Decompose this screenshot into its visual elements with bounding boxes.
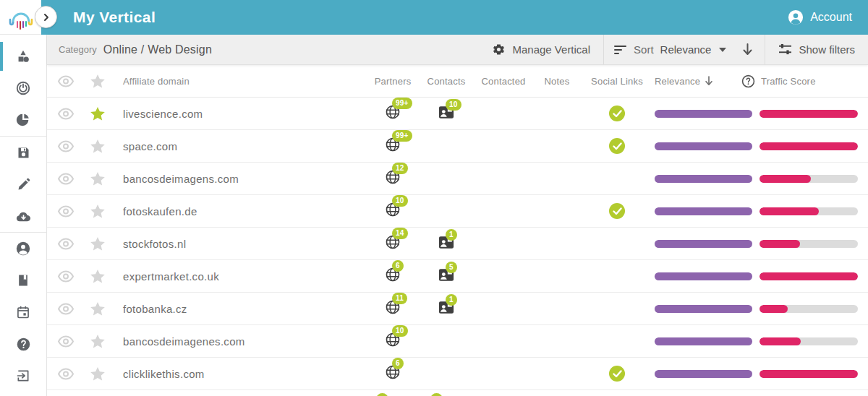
sidebar-item-disc[interactable]: [0, 72, 46, 104]
affiliate-domain-link[interactable]: bancosdeimagens.com: [111, 173, 367, 185]
social-links-check-icon[interactable]: [609, 366, 625, 382]
arrow-down-icon: [742, 43, 753, 56]
table-row[interactable]: bancosdeimagenes.com 10: [47, 325, 868, 358]
partners-button[interactable]: 11: [385, 299, 401, 318]
favorite-star-icon[interactable]: [90, 106, 106, 121]
chevron-right-icon: [42, 13, 51, 22]
sidebar-item-help[interactable]: [0, 328, 46, 360]
social-links-check-icon[interactable]: [609, 138, 625, 154]
favorite-star-icon[interactable]: [90, 236, 106, 251]
sort-direction-button[interactable]: [736, 43, 765, 56]
social-links-check-icon[interactable]: [609, 203, 625, 219]
partners-button[interactable]: 99+: [385, 137, 401, 155]
table-row[interactable]: expertmarket.co.uk 6 5: [47, 260, 868, 293]
affiliate-domain-link[interactable]: bancosdeimagenes.com: [111, 335, 367, 348]
partners-button[interactable]: 6: [385, 364, 401, 383]
sidebar-item-book[interactable]: [0, 264, 46, 296]
affiliate-domain-link[interactable]: fotoskaufen.de: [111, 205, 367, 218]
partners-button[interactable]: 14: [385, 234, 401, 253]
manage-vertical-button[interactable]: Manage Vertical: [479, 35, 603, 64]
partners-button[interactable]: 6: [385, 267, 401, 285]
affiliate-domain-link[interactable]: expertmarket.co.uk: [111, 270, 367, 283]
sidebar-collapse-button[interactable]: [35, 6, 57, 28]
favorite-star-icon[interactable]: [90, 204, 106, 219]
affiliate-domain-link[interactable]: fotobanka.cz: [111, 303, 367, 315]
relevance-bar: [655, 175, 752, 183]
category-value[interactable]: Online / Web Design: [103, 43, 212, 56]
main-content: Category Online / Web Design Manage Vert…: [47, 35, 868, 396]
partners-count-badge: 6: [392, 260, 404, 272]
table-row[interactable]: bancosdeimagens.com 12: [47, 163, 868, 195]
partners-button[interactable]: 10: [385, 202, 401, 220]
favorite-star-icon[interactable]: [90, 334, 106, 349]
sidebar-item-calendar[interactable]: [0, 296, 46, 328]
sort-value-dropdown[interactable]: Relevance: [660, 43, 712, 56]
favorite-star-icon[interactable]: [90, 269, 106, 284]
title-bar: My Vertical Account: [41, 0, 868, 35]
table-row[interactable]: fotobanka.cz 11 1: [47, 293, 868, 325]
help-circle-icon[interactable]: [741, 74, 755, 88]
table-row[interactable]: fotoskaufen.de 10: [47, 195, 868, 228]
gear-icon: [492, 43, 506, 56]
preview-eye-icon[interactable]: [57, 270, 75, 283]
preview-eye-icon[interactable]: [57, 303, 75, 315]
preview-eye-icon[interactable]: [57, 335, 75, 348]
sidebar-item-save[interactable]: [0, 137, 46, 168]
column-header-social[interactable]: Social Links: [582, 76, 652, 87]
traffic-score-bar: [760, 142, 858, 150]
affiliate-domain-link[interactable]: stockfotos.nl: [111, 238, 367, 250]
sidebar-item-pie-chart[interactable]: [0, 104, 46, 136]
partners-count-badge: 14: [392, 228, 408, 239]
contacts-button[interactable]: 1: [438, 301, 454, 317]
relevance-bar: [655, 305, 752, 313]
preview-eye-icon[interactable]: [57, 368, 75, 380]
column-header-partners[interactable]: Partners: [367, 76, 418, 87]
caret-down-icon[interactable]: [719, 48, 726, 52]
column-header-traffic[interactable]: Traffic Score: [741, 74, 850, 88]
column-header-notes[interactable]: Notes: [532, 76, 582, 87]
partners-button[interactable]: 99+: [385, 104, 401, 123]
preview-eye-icon[interactable]: [57, 140, 75, 152]
contacts-count-badge: 5: [446, 262, 457, 273]
preview-eye-icon[interactable]: [57, 205, 75, 218]
table-row-partial: [47, 390, 868, 396]
traffic-score-bar: [760, 337, 858, 345]
sidebar-item-shapes[interactable]: [0, 40, 46, 72]
preview-eye-icon[interactable]: [57, 238, 75, 250]
table-row[interactable]: space.com 99+: [47, 130, 868, 163]
sidebar-item-account[interactable]: [0, 233, 46, 264]
affiliate-domain-link[interactable]: livescience.com: [111, 108, 367, 120]
favorite-star-icon[interactable]: [90, 139, 106, 154]
social-links-check-icon[interactable]: [609, 106, 625, 121]
favorite-star-icon[interactable]: [90, 366, 106, 382]
save-icon: [16, 145, 31, 160]
table-row[interactable]: livescience.com 99+ 10: [47, 98, 868, 130]
column-header-contacts[interactable]: Contacts: [418, 76, 475, 87]
table-row[interactable]: stockfotos.nl 14 1: [47, 228, 868, 260]
favorite-star-icon[interactable]: [90, 301, 106, 317]
sidebar-item-logout[interactable]: [0, 360, 46, 392]
column-header-domain[interactable]: Affiliate domain: [111, 76, 367, 87]
column-header-contacted[interactable]: Contacted: [475, 76, 532, 87]
sidebar-item-cloud-download[interactable]: [0, 200, 46, 232]
affiliate-domain-link[interactable]: clicklikethis.com: [111, 368, 367, 380]
contacts-button[interactable]: 1: [438, 236, 454, 252]
star-column-icon[interactable]: [90, 74, 106, 89]
affiliate-domain-link[interactable]: space.com: [111, 140, 367, 152]
account-button[interactable]: Account: [788, 9, 852, 25]
show-filters-label: Show filters: [799, 43, 855, 56]
partners-count-badge: 12: [392, 163, 408, 174]
contacts-button[interactable]: 10: [438, 106, 454, 122]
partners-button[interactable]: 10: [385, 332, 401, 350]
table-row[interactable]: clicklikethis.com 6: [47, 358, 868, 390]
favorite-star-icon[interactable]: [90, 171, 106, 186]
preview-eye-icon[interactable]: [57, 173, 75, 185]
show-filters-button[interactable]: Show filters: [765, 35, 868, 64]
table-header: Affiliate domain Partners Contacts Conta…: [47, 65, 868, 98]
visibility-column-icon[interactable]: [57, 75, 75, 87]
partners-button[interactable]: 12: [385, 169, 401, 188]
preview-eye-icon[interactable]: [57, 108, 75, 120]
help-icon: [16, 337, 31, 352]
sidebar-item-edit[interactable]: [0, 168, 46, 200]
contacts-button[interactable]: 5: [438, 268, 454, 285]
